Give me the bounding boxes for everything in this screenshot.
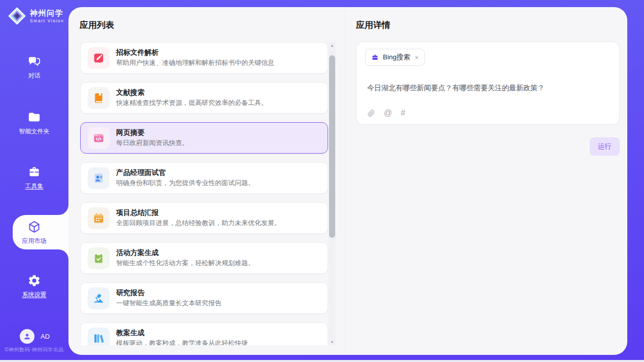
tab-fillet-bottom [58,249,68,260]
brand-tagline: Smart Vision [30,18,64,23]
app-card-title: 网页摘要 [116,129,189,136]
sidebar-item-chat[interactable]: 对话 [0,55,68,79]
app-card-desc: 全面回顾项目进展，总结经验教训，助力未来优化发展。 [116,220,281,227]
tab-fillet-top [58,205,68,215]
app-card-text: 活动方案生成智能生成个性化活动方案，轻松解决规划难题。 [116,249,255,267]
chat-icon [27,55,41,68]
query-input[interactable]: 今日湖北有哪些新闻要点？有哪些需要关注的最新政策？ [367,83,609,92]
app-detail-card: Bing搜索 × 今日湖北有哪些新闻要点？有哪些需要关注的最新政策？ @ # [356,42,620,125]
avatar [20,329,34,344]
browser-code-icon [88,127,110,149]
app-card-desc: 智能生成个性化活动方案，轻松解决规划难题。 [116,260,255,267]
app-list-scrollbar[interactable]: ▲ ▼ [329,42,336,345]
app-window: 神州问学 Smart Vision 对话智能文件夹工具集应用市场系统设置 AD … [0,0,644,362]
book-icon [88,87,110,109]
brand-name: 神州问学 [30,9,64,18]
clipboard-check-icon [88,247,110,269]
app-card-1[interactable]: 招标文件解析帮助用户快速、准确地理解和解析招标书中的关键信息 [80,42,328,74]
app-card-desc: 一键智能生成高质量长文本研究报告 [116,300,222,307]
sidebar-item-settings[interactable]: 系统设置 [0,274,68,298]
app-card-title: 教案生成 [116,329,248,336]
app-card-title: 项目总结汇报 [116,209,281,216]
chip-close-icon[interactable]: × [415,54,419,61]
sidebar-item-folders[interactable]: 智能文件夹 [0,111,68,134]
sidebar-item-label: 智能文件夹 [19,128,50,134]
app-card-6[interactable]: 活动方案生成智能生成个性化活动方案，轻松解决规划难题。 [80,242,328,274]
gear-icon [27,274,41,287]
app-list: 招标文件解析帮助用户快速、准确地理解和解析招标书中的关键信息文献搜索快速精准查找… [80,42,337,345]
books-icon [88,328,110,346]
calendar-icon [88,207,110,229]
app-card-desc: 每日政府新闻资讯快查。 [116,139,189,147]
app-card-text: 网页摘要每日政府新闻资讯快查。 [116,129,189,147]
tool-chip-label: Bing搜索 [383,53,410,62]
app-card-text: 招标文件解析帮助用户快速、准确地理解和解析招标书中的关键信息 [116,49,274,67]
app-card-text: 研究报告一键智能生成高质量长文本研究报告 [116,289,222,307]
app-card-8[interactable]: 教案生成模板驱动，教案秒成，教学准备从此轻松快捷 [80,322,328,345]
app-card-text: 教案生成模板驱动，教案秒成，教学准备从此轻松快捷 [116,329,248,345]
input-toolbar: @ # [367,109,405,117]
brand: 神州问学 Smart Vision [8,7,64,25]
app-card-text: 文献搜索快速精准查找学术资源，提高研究效率的必备工具。 [116,89,268,107]
paperclip-icon[interactable] [367,109,375,117]
sidebar-item-market[interactable]: 应用市场 [0,220,68,244]
scrollbar-thumb[interactable] [329,55,335,238]
app-card-title: 研究报告 [116,289,222,296]
app-card-desc: 明确身份和职责，为您提供专业性的面试问题。 [116,179,255,187]
sidebar-item-tools[interactable]: 工具集 [0,165,68,189]
sidebar-item-label: 系统设置 [22,292,47,298]
app-card-text: 产品经理面试官明确身份和职责，为您提供专业性的面试问题。 [116,169,255,187]
copyright: ©神州数码·神州问学出品 [0,346,68,353]
app-card-text: 项目总结汇报全面回顾项目进展，总结经验教训，助力未来优化发展。 [116,209,281,227]
content-panel: 应用列表 应用详情 招标文件解析帮助用户快速、准确地理解和解析招标书中的关键信息… [68,7,627,355]
tool-chip-bing-search[interactable]: Bing搜索 × [365,49,425,66]
folder-icon [27,111,41,124]
brand-logo-icon [8,7,26,25]
user-account[interactable]: AD [20,329,50,344]
app-card-3[interactable]: 网页摘要每日政府新闻资讯快查。 [80,122,328,154]
app-card-desc: 模板驱动，教案秒成，教学准备从此轻松快捷 [116,340,248,345]
scroll-down-icon[interactable]: ▼ [329,340,336,344]
app-list-title: 应用列表 [80,19,114,31]
app-card-title: 文献搜索 [116,89,268,96]
app-card-7[interactable]: 研究报告一键智能生成高质量长文本研究报告 [80,282,328,314]
microscope-icon [88,287,110,309]
app-card-desc: 快速精准查找学术资源，提高研究效率的必备工具。 [116,99,268,107]
mention-icon[interactable]: @ [384,109,392,117]
panel-divider [345,7,346,355]
cube-icon [27,220,41,234]
sidebar-item-label: 对话 [28,73,41,79]
sidebar-item-label: 应用市场 [22,238,47,244]
run-button[interactable]: 运行 [590,137,620,156]
app-card-title: 招标文件解析 [116,49,274,56]
briefcase-icon [371,54,379,61]
app-card-2[interactable]: 文献搜索快速精准查找学术资源，提高研究效率的必备工具。 [80,82,328,114]
user-initials: AD [41,333,50,340]
sidebar-item-label: 工具集 [25,183,44,189]
app-card-title: 活动方案生成 [116,249,255,256]
app-card-4[interactable]: 产品经理面试官明确身份和职责，为您提供专业性的面试问题。 [80,162,328,194]
bottom-edge [0,360,644,362]
scroll-up-icon[interactable]: ▲ [329,44,336,47]
hash-icon[interactable]: # [401,109,405,117]
person-icon [23,332,31,341]
app-card-5[interactable]: 项目总结汇报全面回顾项目进展，总结经验教训，助力未来优化发展。 [80,202,328,234]
app-detail-title: 应用详情 [356,19,390,31]
app-card-title: 产品经理面试官 [116,169,255,176]
toolbox-icon [27,165,41,179]
app-card-desc: 帮助用户快速、准确地理解和解析招标书中的关键信息 [116,59,274,67]
person-doc-icon [88,167,110,189]
pen-square-icon [88,47,110,69]
